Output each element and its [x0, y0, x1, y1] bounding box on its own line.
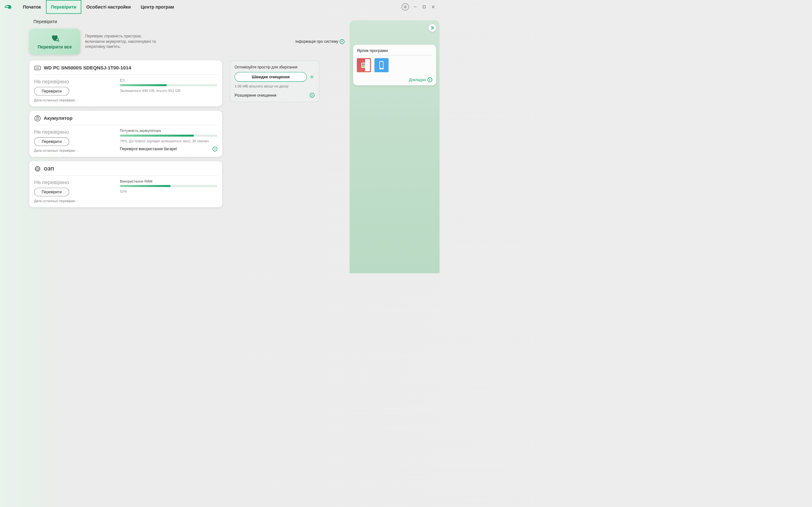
check-all-label: Перевірити все [38, 44, 72, 49]
svg-rect-8 [37, 117, 38, 117]
ram-progress [120, 185, 217, 187]
acer-logo-icon [3, 3, 12, 11]
chevron-right-icon [212, 147, 217, 152]
chevrons-right-icon [430, 26, 434, 30]
chip-icon [34, 165, 41, 172]
gear-icon [310, 75, 314, 79]
optimise-settings-button[interactable] [309, 74, 314, 79]
ram-metric-label: Використання RAM [120, 179, 217, 183]
shortcut-card: Ярлик програми Докладно [353, 45, 436, 85]
battery-progress-fill [120, 135, 194, 137]
ram-last-check: Дата останньої перевірки: - [34, 199, 115, 203]
battery-progress [120, 135, 217, 137]
shortcut-more-label: Докладно [409, 78, 426, 82]
main-nav: Початок Перевірити Особисті настройки Це… [18, 0, 179, 14]
heart-search-icon [50, 34, 59, 43]
chevron-right-icon [310, 93, 314, 98]
maximize-icon [422, 5, 426, 9]
svg-rect-25 [364, 63, 366, 65]
minimize-icon [414, 5, 417, 9]
optimise-free-space: 1.96 MB вільного місця на диску [235, 84, 315, 89]
minimize-button[interactable] [413, 4, 418, 9]
window-controls [402, 3, 438, 10]
top-bar: Початок Перевірити Особисті настройки Це… [0, 0, 441, 14]
storage-title: WD PC SN5000S SDEQNSJ-1T00-1014 [44, 65, 131, 71]
side-dock: Ярлик програми Докладно [350, 20, 439, 273]
dock-collapse-button[interactable] [428, 24, 437, 32]
battery-status: Не перевірено [34, 129, 115, 135]
ram-check-button[interactable]: Перевірити [34, 187, 69, 196]
quick-clean-button[interactable]: Швидке очищення [235, 72, 307, 82]
nav-tab-personal[interactable]: Особисті настройки [81, 0, 136, 14]
svg-rect-10 [37, 168, 38, 170]
storage-progress-fill [120, 84, 167, 87]
battery-last-check: Дата останньої перевірки: - [34, 149, 115, 153]
ram-progress-fill [120, 185, 171, 187]
storage-detail: Залишилося 496 GB, всього 952 GB [120, 89, 217, 93]
chevron-right-icon [427, 77, 432, 82]
battery-usage-label: Перевірте використання батареї [120, 147, 177, 151]
svg-rect-27 [364, 65, 366, 67]
advanced-clean-link[interactable]: Розширене очищення [235, 92, 315, 97]
hero-description: Перевіряє справність пристрою, включаючи… [85, 34, 159, 49]
battery-metric-label: Потужність акумулятора [120, 129, 217, 133]
shortcut-tile-phone[interactable] [374, 58, 389, 72]
page-title: Перевірити [29, 19, 351, 24]
phone-icon [378, 61, 385, 70]
ram-status: Не перевірено [34, 179, 115, 185]
svg-text:SSD: SSD [36, 67, 39, 69]
shortcut-title: Ярлик програми [357, 48, 432, 55]
battery-usage-link[interactable]: Перевірте використання батареї [120, 146, 217, 151]
svg-rect-29 [380, 62, 383, 68]
settings-button[interactable] [402, 3, 409, 10]
svg-rect-24 [362, 63, 363, 65]
optimise-card: Оптимізуйте простір для зберігання Швидк… [230, 60, 319, 102]
storage-card: SSD WD PC SN5000S SDEQNSJ-1T00-1014 Не п… [29, 60, 222, 107]
battery-check-button[interactable]: Перевірити [34, 137, 69, 146]
nav-tab-home[interactable]: Початок [18, 0, 46, 14]
maximize-button[interactable] [421, 4, 426, 9]
optimise-title: Оптимізуйте простір для зберігання [235, 65, 315, 69]
ssd-icon: SSD [34, 65, 41, 72]
system-info-link[interactable]: Інформація про систему [295, 39, 345, 44]
chevron-right-icon [340, 39, 345, 44]
close-button[interactable] [431, 4, 436, 9]
app-logo [3, 1, 14, 12]
ram-detail: 52% [120, 189, 217, 193]
battery-card: Акумулятор Не перевірено Перевірити Дата… [29, 111, 222, 157]
svg-rect-26 [362, 65, 363, 67]
nav-tab-check[interactable]: Перевірити [46, 0, 81, 14]
svg-line-3 [58, 40, 59, 41]
check-all-card[interactable]: Перевірити все [29, 29, 80, 55]
close-icon [432, 5, 435, 9]
battery-title: Акумулятор [44, 116, 72, 121]
svg-rect-1 [423, 6, 426, 8]
storage-progress [120, 84, 217, 87]
storage-check-button[interactable]: Перевірити [34, 87, 69, 95]
nav-tab-appcenter[interactable]: Центр програм [136, 0, 179, 14]
shortcut-more-link[interactable]: Докладно [357, 77, 432, 82]
ram-card: ОЗП Не перевірено Перевірити Дата останн… [29, 161, 222, 207]
svg-point-30 [381, 68, 382, 69]
battery-detail: 76%, До повної зарядки залишилося часу: … [120, 139, 217, 143]
storage-drive-label: C:\ [120, 78, 217, 82]
gear-icon [403, 5, 407, 9]
scissors-icon [361, 62, 367, 68]
storage-last-check: Дата останньої перевірки: - [34, 98, 115, 102]
system-info-label: Інформація про систему [295, 39, 338, 44]
svg-point-6 [35, 116, 40, 121]
advanced-clean-label: Розширене очищення [235, 93, 276, 98]
svg-rect-7 [37, 117, 38, 120]
svg-rect-9 [36, 167, 39, 171]
ram-title: ОЗП [44, 166, 54, 171]
shortcut-tile-snipping[interactable] [357, 58, 371, 72]
storage-status: Не перевірено [34, 78, 115, 84]
battery-icon [34, 115, 41, 122]
